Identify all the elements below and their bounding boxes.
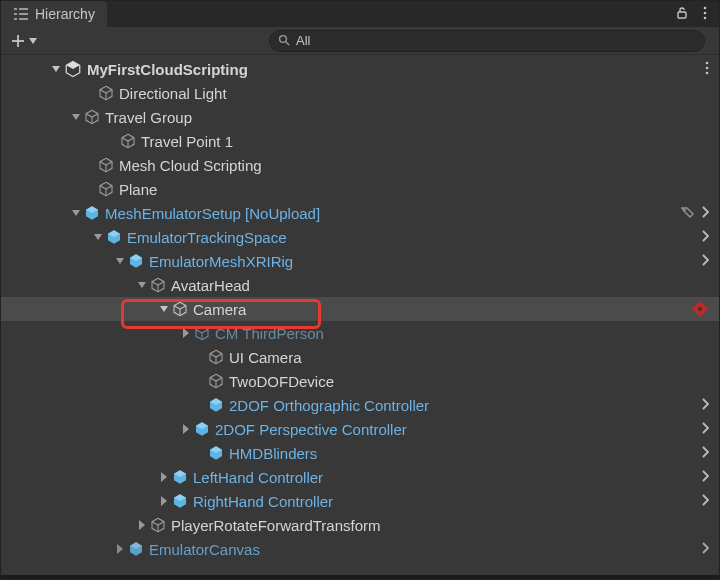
foldout-icon[interactable]	[179, 424, 193, 434]
foldout-icon[interactable]	[113, 256, 127, 266]
chevron-right-icon[interactable]	[701, 253, 709, 269]
svg-rect-64	[699, 301, 701, 304]
row-directional-light[interactable]: Directional Light	[1, 81, 719, 105]
svg-point-18	[706, 61, 709, 64]
cube-icon	[83, 108, 101, 126]
svg-line-14	[286, 42, 289, 45]
row-cm-thirdperson[interactable]: CM ThirdPerson	[1, 321, 719, 345]
row-hmd-blinders[interactable]: HMDBlinders	[1, 441, 719, 465]
row-2dof-perspective[interactable]: 2DOF Perspective Controller	[1, 417, 719, 441]
row-plane[interactable]: Plane	[1, 177, 719, 201]
foldout-icon[interactable]	[91, 232, 105, 242]
label: UI Camera	[229, 349, 302, 366]
create-button[interactable]	[7, 32, 41, 50]
cube-icon	[119, 132, 137, 150]
label: PlayerRotateForwardTransform	[171, 517, 381, 534]
svg-marker-57	[160, 306, 168, 312]
panel-title: Hierarchy	[35, 6, 95, 22]
label: CM ThirdPerson	[215, 325, 324, 342]
svg-marker-17	[66, 62, 80, 70]
cube-icon	[97, 84, 115, 102]
row-mesh-cloud-scripting[interactable]: Mesh Cloud Scripting	[1, 153, 719, 177]
chevron-right-icon[interactable]	[701, 445, 709, 461]
row-travel-group[interactable]: Travel Group	[1, 105, 719, 129]
foldout-icon[interactable]	[135, 520, 149, 530]
cube-prefab-icon	[127, 252, 145, 270]
cube-prefab-icon	[207, 444, 225, 462]
foldout-icon[interactable]	[69, 208, 83, 218]
row-lefthand-controller[interactable]: LeftHand Controller	[1, 465, 719, 489]
label: EmulatorTrackingSpace	[127, 229, 287, 246]
svg-marker-12	[29, 38, 37, 44]
svg-line-75	[216, 354, 222, 357]
foldout-icon[interactable]	[135, 280, 149, 290]
row-travel-point-1[interactable]: Travel Point 1	[1, 129, 719, 153]
label: Plane	[119, 181, 157, 198]
label: 2DOF Orthographic Controller	[229, 397, 429, 414]
cube-icon	[149, 276, 167, 294]
svg-marker-25	[72, 114, 80, 120]
chevron-right-icon[interactable]	[701, 541, 709, 557]
label: LeftHand Controller	[193, 469, 323, 486]
foldout-icon[interactable]	[157, 496, 171, 506]
svg-marker-68	[183, 328, 189, 338]
svg-marker-88	[161, 472, 167, 482]
svg-line-35	[100, 162, 106, 165]
foldout-icon[interactable]	[49, 64, 63, 74]
row-righthand-controller[interactable]: RightHand Controller	[1, 489, 719, 513]
foldout-icon[interactable]	[179, 328, 193, 338]
foldout-icon[interactable]	[69, 112, 83, 122]
svg-line-54	[152, 282, 158, 285]
svg-line-74	[210, 354, 216, 357]
tag-icon	[681, 205, 695, 222]
svg-marker-15	[52, 66, 60, 72]
chevron-right-icon[interactable]	[701, 493, 709, 509]
chevron-right-icon[interactable]	[701, 205, 709, 221]
svg-line-39	[100, 186, 106, 189]
row-avatar-head[interactable]: AvatarHead	[1, 273, 719, 297]
search-input[interactable]	[296, 33, 696, 48]
foldout-icon[interactable]	[113, 544, 127, 554]
svg-rect-6	[678, 12, 686, 18]
label: Camera	[193, 301, 246, 318]
chevron-right-icon[interactable]	[701, 469, 709, 485]
svg-line-27	[86, 114, 92, 117]
row-2dof-orthographic[interactable]: 2DOF Orthographic Controller	[1, 393, 719, 417]
svg-point-45	[684, 209, 686, 211]
options-icon[interactable]	[703, 6, 707, 23]
tabbar-spacer	[107, 1, 675, 27]
search-icon	[278, 33, 290, 49]
svg-point-9	[704, 16, 707, 19]
svg-point-20	[706, 71, 709, 74]
row-camera[interactable]: Camera	[1, 297, 719, 321]
svg-point-8	[704, 11, 707, 14]
row-ui-camera[interactable]: UI Camera	[1, 345, 719, 369]
chevron-right-icon[interactable]	[701, 397, 709, 413]
cube-prefab-icon	[207, 396, 225, 414]
row-emulator-tracking-space[interactable]: EmulatorTrackingSpace	[1, 225, 719, 249]
hierarchy-tab[interactable]: Hierarchy	[1, 1, 107, 27]
row-player-rotate[interactable]: PlayerRotateForwardTransform	[1, 513, 719, 537]
svg-line-23	[106, 90, 112, 93]
row-xri-rig[interactable]: EmulatorMeshXRIRig	[1, 249, 719, 273]
hierarchy-tree[interactable]: MyFirstCloudScripting Directional Light …	[1, 55, 719, 575]
scene-row[interactable]: MyFirstCloudScripting	[1, 57, 719, 81]
label: 2DOF Perspective Controller	[215, 421, 407, 438]
row-emulator-canvas[interactable]: EmulatorCanvas	[1, 537, 719, 561]
svg-line-97	[158, 522, 164, 525]
foldout-icon[interactable]	[157, 304, 171, 314]
scene-name: MyFirstCloudScripting	[87, 61, 248, 78]
svg-line-78	[210, 378, 216, 381]
svg-line-60	[180, 306, 186, 309]
row-twodof-device[interactable]: TwoDOFDevice	[1, 369, 719, 393]
lock-icon[interactable]	[675, 6, 689, 23]
chevron-right-icon[interactable]	[701, 229, 709, 245]
search-field[interactable]	[269, 30, 705, 52]
chevron-right-icon[interactable]	[701, 421, 709, 437]
scene-options-icon[interactable]	[705, 61, 709, 78]
cube-prefab-icon	[171, 492, 189, 510]
foldout-icon[interactable]	[157, 472, 171, 482]
svg-marker-99	[117, 544, 123, 554]
label: Travel Group	[105, 109, 192, 126]
row-mesh-emulator-setup[interactable]: MeshEmulatorSetup [NoUpload]	[1, 201, 719, 225]
